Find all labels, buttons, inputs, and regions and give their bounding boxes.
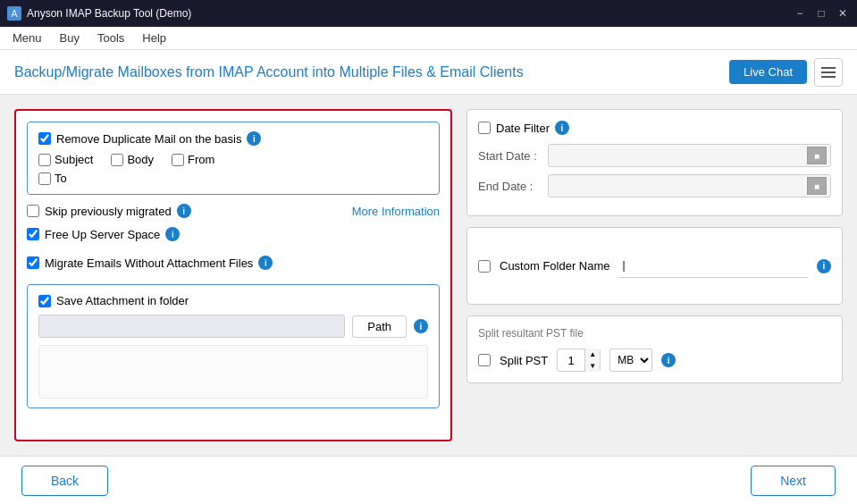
path-list-area (38, 345, 428, 399)
split-pst-title: Split resultant PST file (478, 327, 831, 340)
next-button[interactable]: Next (751, 466, 836, 496)
more-info-link[interactable]: More Information (352, 205, 440, 218)
unit-select[interactable]: MB GB (609, 349, 652, 372)
close-btn[interactable]: ✕ (836, 6, 850, 21)
start-date-calendar-btn[interactable]: ■ (807, 147, 827, 164)
custom-folder-info-icon[interactable]: i (817, 259, 831, 273)
custom-folder-input[interactable] (619, 255, 808, 278)
free-up-checkbox[interactable] (27, 228, 39, 240)
window-controls: − □ ✕ (793, 6, 850, 21)
split-pst-value[interactable] (558, 354, 584, 367)
spinner-controls: ▲ ▼ (584, 349, 600, 372)
migrate-info-icon[interactable]: i (258, 256, 273, 270)
end-date-row: End Date : ■ (478, 174, 831, 197)
title-bar-text: Anyson IMAP Backup Tool (Demo) (27, 7, 191, 20)
from-checkbox[interactable] (172, 154, 184, 166)
subject-checkbox[interactable] (38, 154, 51, 166)
custom-folder-checkbox[interactable] (478, 260, 491, 273)
migrate-checkbox[interactable] (27, 256, 39, 269)
hamburger-line-1 (821, 67, 836, 69)
path-row: Path i (38, 315, 428, 338)
custom-folder-box: Custom Folder Name i (466, 227, 843, 305)
to-checkbox[interactable] (38, 172, 51, 185)
skip-row: Skip previously migrated i More Informat… (27, 204, 440, 218)
main-content: Remove Duplicate Mail on the basis i Sub… (0, 95, 857, 456)
header-title: Backup/Migrate Mailboxes from IMAP Accou… (14, 64, 524, 80)
maximize-btn[interactable]: □ (814, 6, 828, 21)
attachment-label[interactable]: Save Attachment in folder (56, 294, 189, 307)
duplicate-mail-group: Remove Duplicate Mail on the basis i Sub… (27, 122, 440, 195)
free-up-row: Free Up Server Space i (27, 227, 440, 241)
app-icon: A (7, 6, 21, 21)
title-bar: A Anyson IMAP Backup Tool (Demo) − □ ✕ (0, 0, 857, 27)
spinner-down-btn[interactable]: ▼ (585, 360, 600, 372)
duplicate-mail-label[interactable]: Remove Duplicate Mail on the basis (56, 132, 241, 146)
free-up-label[interactable]: Free Up Server Space (45, 228, 160, 241)
body-label[interactable]: Body (127, 153, 154, 166)
split-pst-spinner: ▲ ▼ (557, 349, 601, 372)
split-pst-box: Split resultant PST file Split PST ▲ ▼ M… (466, 315, 843, 383)
split-pst-checkbox[interactable] (478, 354, 491, 366)
free-up-info-icon[interactable]: i (165, 227, 180, 241)
attachment-checkbox[interactable] (38, 295, 51, 307)
minimize-btn[interactable]: − (793, 6, 807, 21)
spinner-up-btn[interactable]: ▲ (585, 349, 600, 360)
menu-bar: Menu Buy Tools Help (0, 27, 857, 50)
header-bar: Backup/Migrate Mailboxes from IMAP Accou… (0, 50, 857, 95)
hamburger-line-3 (821, 76, 836, 78)
right-spacer (466, 394, 843, 441)
date-filter-checkbox[interactable] (478, 122, 491, 134)
start-date-row: Start Date : ■ (478, 144, 831, 167)
back-button[interactable]: Back (21, 466, 108, 496)
split-pst-info-icon[interactable]: i (661, 353, 676, 367)
right-panel: Date Filter i Start Date : ■ End Date : … (466, 109, 843, 441)
migrate-row: Migrate Emails Without Attachment Files … (27, 256, 440, 270)
skip-checkbox[interactable] (27, 205, 39, 217)
footer: Back Next (0, 456, 857, 504)
from-label[interactable]: From (188, 153, 214, 166)
duplicate-mail-checkbox[interactable] (38, 132, 51, 145)
date-filter-info-icon[interactable]: i (555, 121, 569, 135)
menu-item-menu[interactable]: Menu (4, 29, 51, 46)
menu-item-buy[interactable]: Buy (51, 29, 88, 46)
path-input[interactable] (38, 315, 345, 338)
custom-folder-label[interactable]: Custom Folder Name (500, 259, 610, 273)
split-pst-row: Split PST ▲ ▼ MB GB i (478, 349, 831, 372)
date-filter-label[interactable]: Date Filter (496, 122, 550, 135)
split-pst-label[interactable]: Split PST (500, 354, 548, 367)
end-date-label: End Date : (478, 180, 541, 193)
menu-item-help[interactable]: Help (133, 29, 175, 46)
left-panel: Remove Duplicate Mail on the basis i Sub… (14, 109, 452, 441)
live-chat-button[interactable]: Live Chat (729, 60, 807, 84)
hamburger-menu-button[interactable] (814, 58, 843, 87)
menu-item-tools[interactable]: Tools (88, 29, 133, 46)
attachment-section: Save Attachment in folder Path i (27, 284, 440, 408)
skip-label[interactable]: Skip previously migrated (45, 205, 172, 218)
skip-info-icon[interactable]: i (177, 204, 191, 218)
path-info-icon[interactable]: i (414, 319, 428, 333)
end-date-calendar-btn[interactable]: ■ (807, 177, 827, 195)
header-controls: Live Chat (729, 58, 843, 87)
body-checkbox[interactable] (111, 154, 123, 166)
migrate-label[interactable]: Migrate Emails Without Attachment Files (45, 256, 253, 270)
duplicate-mail-info-icon[interactable]: i (247, 131, 261, 146)
start-date-label: Start Date : (478, 149, 541, 163)
subject-label[interactable]: Subject (55, 153, 93, 166)
hamburger-line-2 (821, 71, 836, 73)
date-filter-box: Date Filter i Start Date : ■ End Date : … (466, 109, 843, 216)
to-label[interactable]: To (55, 172, 67, 185)
path-button[interactable]: Path (352, 315, 407, 338)
